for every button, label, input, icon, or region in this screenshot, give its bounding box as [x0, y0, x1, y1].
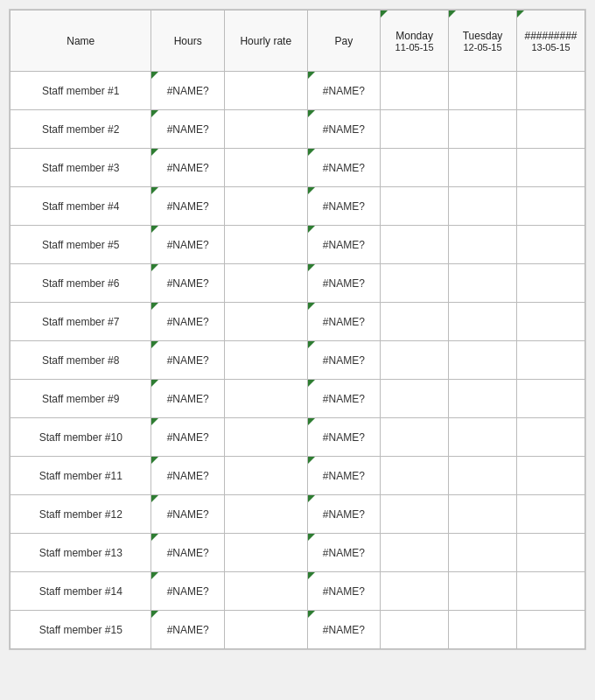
- cell-tuesday[interactable]: [449, 611, 517, 649]
- cell-wednesday[interactable]: [517, 418, 585, 457]
- cell-pay[interactable]: #NAME?: [307, 110, 381, 149]
- table-row[interactable]: Staff member #13#NAME?#NAME?: [10, 534, 585, 572]
- cell-name[interactable]: Staff member #1: [10, 72, 151, 110]
- cell-tuesday[interactable]: [449, 72, 517, 110]
- cell-wednesday[interactable]: [517, 149, 585, 187]
- cell-monday[interactable]: [381, 149, 449, 187]
- cell-wednesday[interactable]: [517, 495, 585, 534]
- cell-monday[interactable]: [381, 264, 449, 303]
- cell-hours[interactable]: #NAME?: [151, 226, 225, 264]
- cell-name[interactable]: Staff member #13: [10, 534, 151, 572]
- table-row[interactable]: Staff member #11#NAME?#NAME?: [10, 457, 585, 495]
- cell-hours[interactable]: #NAME?: [151, 457, 225, 495]
- cell-hours[interactable]: #NAME?: [151, 380, 225, 418]
- cell-hourly-rate[interactable]: [224, 418, 307, 457]
- cell-monday[interactable]: [381, 110, 449, 149]
- cell-pay[interactable]: #NAME?: [307, 72, 381, 110]
- cell-tuesday[interactable]: [449, 572, 517, 611]
- cell-hourly-rate[interactable]: [224, 611, 307, 649]
- cell-hourly-rate[interactable]: [224, 457, 307, 495]
- cell-tuesday[interactable]: [449, 418, 517, 457]
- cell-hours[interactable]: #NAME?: [151, 341, 225, 380]
- cell-monday[interactable]: [381, 457, 449, 495]
- table-row[interactable]: Staff member #10#NAME?#NAME?: [10, 418, 585, 457]
- cell-hours[interactable]: #NAME?: [151, 264, 225, 303]
- cell-hours[interactable]: #NAME?: [151, 418, 225, 457]
- cell-pay[interactable]: #NAME?: [307, 457, 381, 495]
- cell-tuesday[interactable]: [449, 226, 517, 264]
- cell-tuesday[interactable]: [449, 110, 517, 149]
- cell-hourly-rate[interactable]: [224, 72, 307, 110]
- cell-name[interactable]: Staff member #3: [10, 149, 151, 187]
- cell-monday[interactable]: [381, 187, 449, 226]
- cell-name[interactable]: Staff member #6: [10, 264, 151, 303]
- table-row[interactable]: Staff member #8#NAME?#NAME?: [10, 341, 585, 380]
- cell-pay[interactable]: #NAME?: [307, 226, 381, 264]
- cell-hourly-rate[interactable]: [224, 149, 307, 187]
- cell-monday[interactable]: [381, 534, 449, 572]
- cell-name[interactable]: Staff member #7: [10, 303, 151, 341]
- cell-tuesday[interactable]: [449, 534, 517, 572]
- cell-hourly-rate[interactable]: [224, 264, 307, 303]
- cell-name[interactable]: Staff member #5: [10, 226, 151, 264]
- cell-hours[interactable]: #NAME?: [151, 611, 225, 649]
- cell-tuesday[interactable]: [449, 457, 517, 495]
- table-row[interactable]: Staff member #15#NAME?#NAME?: [10, 611, 585, 649]
- cell-wednesday[interactable]: [517, 110, 585, 149]
- cell-wednesday[interactable]: [517, 572, 585, 611]
- cell-wednesday[interactable]: [517, 264, 585, 303]
- table-row[interactable]: Staff member #2#NAME?#NAME?: [10, 110, 585, 149]
- cell-pay[interactable]: #NAME?: [307, 418, 381, 457]
- table-row[interactable]: Staff member #4#NAME?#NAME?: [10, 187, 585, 226]
- cell-pay[interactable]: #NAME?: [307, 341, 381, 380]
- cell-pay[interactable]: #NAME?: [307, 303, 381, 341]
- cell-hourly-rate[interactable]: [224, 534, 307, 572]
- cell-wednesday[interactable]: [517, 611, 585, 649]
- cell-wednesday[interactable]: [517, 226, 585, 264]
- cell-tuesday[interactable]: [449, 264, 517, 303]
- cell-hours[interactable]: #NAME?: [151, 534, 225, 572]
- cell-name[interactable]: Staff member #12: [10, 495, 151, 534]
- cell-hourly-rate[interactable]: [224, 226, 307, 264]
- cell-pay[interactable]: #NAME?: [307, 187, 381, 226]
- cell-wednesday[interactable]: [517, 341, 585, 380]
- cell-monday[interactable]: [381, 572, 449, 611]
- cell-pay[interactable]: #NAME?: [307, 149, 381, 187]
- cell-hourly-rate[interactable]: [224, 572, 307, 611]
- cell-hours[interactable]: #NAME?: [151, 72, 225, 110]
- cell-hourly-rate[interactable]: [224, 341, 307, 380]
- cell-wednesday[interactable]: [517, 380, 585, 418]
- cell-hourly-rate[interactable]: [224, 380, 307, 418]
- cell-name[interactable]: Staff member #4: [10, 187, 151, 226]
- cell-tuesday[interactable]: [449, 380, 517, 418]
- cell-pay[interactable]: #NAME?: [307, 495, 381, 534]
- cell-tuesday[interactable]: [449, 495, 517, 534]
- cell-tuesday[interactable]: [449, 341, 517, 380]
- cell-hours[interactable]: #NAME?: [151, 303, 225, 341]
- cell-pay[interactable]: #NAME?: [307, 380, 381, 418]
- cell-wednesday[interactable]: [517, 187, 585, 226]
- cell-hourly-rate[interactable]: [224, 187, 307, 226]
- cell-pay[interactable]: #NAME?: [307, 611, 381, 649]
- cell-hours[interactable]: #NAME?: [151, 110, 225, 149]
- cell-name[interactable]: Staff member #11: [10, 457, 151, 495]
- cell-monday[interactable]: [381, 380, 449, 418]
- cell-wednesday[interactable]: [517, 534, 585, 572]
- cell-tuesday[interactable]: [449, 149, 517, 187]
- cell-name[interactable]: Staff member #2: [10, 110, 151, 149]
- cell-pay[interactable]: #NAME?: [307, 264, 381, 303]
- cell-monday[interactable]: [381, 226, 449, 264]
- cell-tuesday[interactable]: [449, 187, 517, 226]
- table-row[interactable]: Staff member #12#NAME?#NAME?: [10, 495, 585, 534]
- cell-name[interactable]: Staff member #14: [10, 572, 151, 611]
- cell-monday[interactable]: [381, 303, 449, 341]
- cell-name[interactable]: Staff member #10: [10, 418, 151, 457]
- cell-wednesday[interactable]: [517, 303, 585, 341]
- cell-tuesday[interactable]: [449, 303, 517, 341]
- cell-hourly-rate[interactable]: [224, 110, 307, 149]
- table-row[interactable]: Staff member #3#NAME?#NAME?: [10, 149, 585, 187]
- cell-hours[interactable]: #NAME?: [151, 149, 225, 187]
- table-row[interactable]: Staff member #1#NAME?#NAME?: [10, 72, 585, 110]
- cell-name[interactable]: Staff member #9: [10, 380, 151, 418]
- cell-hours[interactable]: #NAME?: [151, 572, 225, 611]
